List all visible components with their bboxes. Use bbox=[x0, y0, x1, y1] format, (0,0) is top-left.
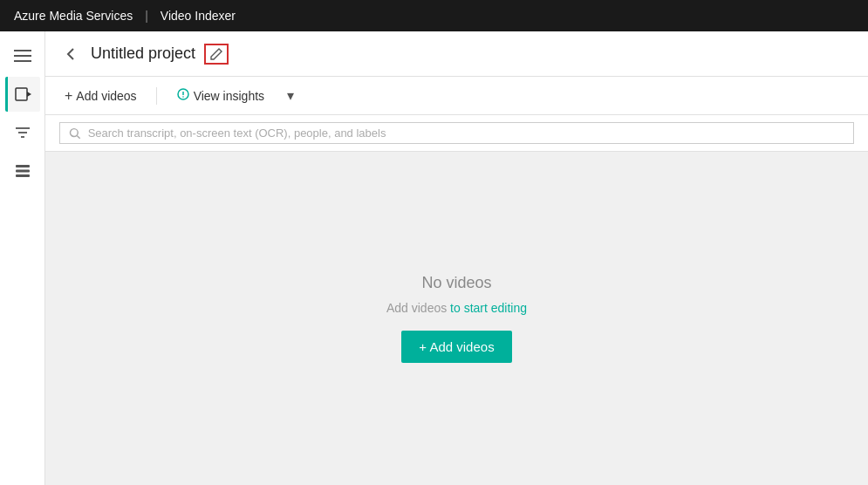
main-layout: Untitled project + Add videos bbox=[0, 31, 868, 485]
sidebar-item-filters[interactable] bbox=[5, 115, 40, 150]
svg-point-13 bbox=[182, 96, 184, 98]
svg-line-15 bbox=[77, 135, 79, 138]
menu-icon bbox=[14, 47, 31, 65]
top-bar: Azure Media Services | Video Indexer bbox=[0, 0, 868, 31]
search-wrapper bbox=[59, 122, 854, 144]
video-icon bbox=[15, 85, 32, 103]
view-insights-label: View insights bbox=[194, 89, 264, 103]
link-text: to start editing bbox=[450, 301, 527, 315]
project-title: Untitled project bbox=[91, 44, 195, 63]
svg-point-14 bbox=[70, 128, 78, 136]
sidebar-item-videos[interactable] bbox=[5, 77, 40, 112]
add-videos-label: Add videos bbox=[76, 89, 136, 103]
pencil-icon bbox=[209, 47, 223, 61]
view-insights-button[interactable]: View insights bbox=[171, 84, 270, 107]
divider: | bbox=[145, 9, 148, 23]
list-icon bbox=[14, 162, 31, 180]
toolbar: + Add videos View insights ▾ bbox=[45, 77, 868, 115]
page-header: Untitled project bbox=[45, 31, 868, 77]
add-videos-button[interactable]: + Add videos bbox=[59, 85, 142, 107]
product-label: Video Indexer bbox=[161, 9, 236, 23]
empty-state-subtitle: Add videos to start editing bbox=[386, 301, 527, 315]
chevron-down-icon: ▾ bbox=[287, 87, 294, 104]
svg-marker-4 bbox=[27, 92, 31, 97]
sidebar bbox=[0, 31, 45, 485]
toolbar-separator bbox=[156, 87, 157, 105]
content-area: Untitled project + Add videos bbox=[45, 31, 868, 485]
back-icon bbox=[63, 46, 79, 62]
sidebar-item-list[interactable] bbox=[5, 154, 40, 188]
back-button[interactable] bbox=[59, 43, 82, 65]
add-videos-cta-button[interactable]: + Add videos bbox=[401, 331, 511, 363]
search-input[interactable] bbox=[88, 126, 844, 140]
svg-rect-0 bbox=[14, 50, 31, 51]
svg-rect-3 bbox=[16, 88, 27, 100]
search-bar bbox=[45, 115, 868, 152]
sidebar-item-menu[interactable] bbox=[5, 38, 40, 73]
empty-state-title: No videos bbox=[421, 274, 491, 292]
filter-icon bbox=[14, 124, 31, 141]
search-icon bbox=[69, 127, 81, 140]
edit-title-button[interactable] bbox=[204, 44, 229, 65]
insights-icon bbox=[176, 87, 190, 104]
add-videos-cta-label: + Add videos bbox=[419, 339, 494, 354]
brand-label: Azure Media Services bbox=[14, 9, 133, 23]
svg-rect-1 bbox=[14, 55, 31, 57]
chevron-button[interactable]: ▾ bbox=[284, 84, 297, 107]
svg-rect-2 bbox=[14, 60, 31, 62]
plus-icon: + bbox=[65, 88, 72, 104]
svg-rect-8 bbox=[16, 165, 30, 167]
svg-rect-9 bbox=[16, 170, 30, 173]
empty-state: No videos Add videos to start editing + … bbox=[45, 152, 868, 485]
svg-rect-10 bbox=[16, 174, 30, 177]
